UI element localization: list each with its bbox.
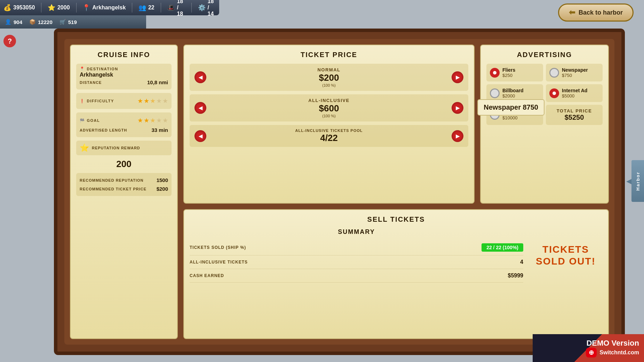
sold-out-text: TICKETS SOLD OUT! [536,244,596,267]
harbor-tab[interactable]: Harbor [631,160,644,202]
pool-value: 4/22 [320,133,338,143]
switch-logo: ⊕ [586,348,597,357]
destination-label: 📍 DESTINATION [80,66,168,71]
board-inner: CRUISE INFO 📍 DESTINATION Arkhangelsk DI… [64,39,614,345]
switch-row: ⊕ Switchntd.com [538,348,639,357]
demo-overlay: DEMO Version ⊕ Switchntd.com [533,334,644,362]
hats-icon: 🎩 [167,4,175,11]
total-price-box: TOTAL PRICE $5250 [546,105,603,125]
pool-center: ALL-INCLUSIVE TICKETS POOL 4/22 [206,128,452,143]
all-inclusive-price-decrease-button[interactable]: ◀ [194,102,206,114]
cash-earned-label: CASH EARNED [190,273,224,278]
recommended-reputation-label: RECOMMENDED REPUTATION [80,178,144,182]
demo-version-text: DEMO Version [538,339,639,348]
normal-price-decrease-button[interactable]: ◀ [194,71,206,83]
all-inclusive-price-label: ALL-INCLUSIVE [308,98,349,103]
star-icon: ⭐ [48,4,55,11]
resource-bar: 👤 904 📦 12220 🛒 519 [0,15,146,29]
advertised-length-value: 33 min [151,127,168,133]
advertising-card: ADVERTISING Fliers $250 Newspaper $75 [480,45,609,204]
harbor-tab-arrow-icon: ◀ [626,177,631,185]
ad-item-internet-ad[interactable]: Internet Ad $5000 [546,84,603,102]
ad-radio-billboard[interactable] [490,88,500,98]
cargo1-resource: 📦 12220 [29,19,53,25]
gears-icon: ⚙️ [198,4,206,11]
reputation-section: ⭐ REPUTATION REWARD [76,141,172,155]
summary-section: SUMMARY TICKETS SOLD (SHIP %) 22 / 22 (1… [190,228,523,283]
recommended-reputation-row: RECOMMENDED REPUTATION 1500 [80,176,168,184]
cargo2-resource: 🛒 519 [59,19,77,25]
all-inclusive-price-increase-button[interactable]: ▶ [452,102,463,114]
newspaper-tooltip-text: Newspaper 8750 [484,103,538,111]
cash-earned-row: CASH EARNED $5999 [190,269,523,283]
back-to-harbor-button[interactable]: ⬅ Back to harbor [558,3,634,22]
crew-icon: 👥 [138,4,146,11]
ad-info-internet-ad: Internet Ad $5000 [562,88,599,99]
goal-row: 🏁 GOAL ★ ★ ★ ★ ★ [80,115,168,126]
destination-section: 📍 DESTINATION Arkhangelsk DISTANCE 10,8 … [76,64,172,89]
distance-value: 10,8 nmi [147,79,168,85]
gears-value: 18 / 14 [208,0,216,17]
crew-value: 22 [148,5,154,11]
normal-price-increase-button[interactable]: ▶ [452,71,463,83]
passengers-value: 904 [14,19,22,25]
reputation-reward-label: REPUTATION REWARD [92,146,140,150]
ad-radio-internet-ad[interactable] [549,88,559,98]
hats-display: 🎩 18 / 18 [167,0,185,17]
pool-decrease-button[interactable]: ◀ [194,130,206,142]
sold-out-section: TICKETS SOLD OUT! [529,228,603,283]
ad-radio-newspaper[interactable] [549,68,559,78]
recommended-section: RECOMMENDED REPUTATION 1500 RECOMMENDED … [76,173,172,196]
cargo1-icon: 📦 [29,19,36,25]
ad-info-newspaper: Newspaper $750 [562,67,599,78]
sell-tickets-inner: SUMMARY TICKETS SOLD (SHIP %) 22 / 22 (1… [190,228,603,283]
total-price-label: TOTAL PRICE [549,108,599,113]
ad-item-fliers[interactable]: Fliers $250 [486,64,543,81]
pool-label: ALL-INCLUSIVE TICKETS POOL [295,128,363,133]
recommended-ticket-price-row: RECOMMENDED TICKET PRICE $200 [80,184,168,193]
help-button[interactable]: ? [3,35,16,47]
normal-price-center: NORMAL $200 (100 %) [206,67,452,87]
money-value: 3953050 [13,5,35,11]
recommended-ticket-price-label: RECOMMENDED TICKET PRICE [80,187,146,191]
money-display: 💰 3953050 [3,4,35,11]
crew-display: 👥 22 [138,4,154,11]
all-inclusive-price-center: ALL-INCLUSIVE $600 (100 %) [206,98,452,118]
destination-value: Arkhangelsk [80,71,168,78]
cargo2-value: 519 [68,19,77,25]
back-button-label: Back to harbor [579,9,623,16]
cruise-info-card: CRUISE INFO 📍 DESTINATION Arkhangelsk DI… [70,45,178,339]
normal-price-label: NORMAL [317,67,340,72]
ticket-price-card: TICKET PRICE ◀ NORMAL $200 (100 %) ▶ ◀ A… [183,45,475,204]
ad-info-fliers: Fliers $250 [502,67,540,78]
all-inclusive-tickets-row: ALL-INCLUSIVE TICKETS 4 [190,255,523,269]
location-icon: 📍 [82,4,90,11]
hats-value: 18 / 18 [177,0,185,17]
distance-label: DISTANCE [80,80,102,85]
advertised-length-label: ADVERTISED LENGTH [80,128,127,132]
goal-section: 🏁 GOAL ★ ★ ★ ★ ★ ADVERTISED LENGTH 33 mi… [76,112,172,137]
distance-row: DISTANCE 10,8 nmi [80,78,168,87]
ad-item-newspaper[interactable]: Newspaper $750 [546,64,603,81]
advertising-grid: Fliers $250 Newspaper $750 Billboard [486,64,603,125]
sold-out-line2: SOLD OUT! [536,256,596,267]
gears-display: ⚙️ 18 / 14 [198,0,216,17]
reputation-reward-value: 200 [76,159,172,170]
recommended-ticket-price-value: $200 [157,186,168,192]
normal-price-pct: (100 %) [322,83,336,87]
tickets-sold-row: TICKETS SOLD (SHIP %) 22 / 22 (100%) [190,240,523,255]
all-inclusive-price-pct: (100 %) [322,114,336,118]
difficulty-row: ❗ DIFFICULTY ★ ★ ★ ★ ★ [80,96,168,106]
all-inclusive-price-row: ◀ ALL-INCLUSIVE $600 (100 %) ▶ [190,94,468,121]
main-board: CRUISE INFO 📍 DESTINATION Arkhangelsk DI… [54,29,625,355]
tickets-sold-label: TICKETS SOLD (SHIP %) [190,245,246,250]
flag-icon: 🏁 [80,118,85,123]
pool-row: ◀ ALL-INCLUSIVE TICKETS POOL 4/22 ▶ [190,125,468,147]
exclamation-icon: ❗ [80,99,85,103]
cruise-info-title: CRUISE INFO [76,51,172,59]
sold-out-line1: TICKETS [542,244,589,255]
cargo1-value: 12220 [38,19,53,25]
cash-earned-value: $5999 [508,273,524,279]
ad-radio-fliers[interactable] [490,68,500,78]
pool-increase-button[interactable]: ▶ [452,130,463,142]
